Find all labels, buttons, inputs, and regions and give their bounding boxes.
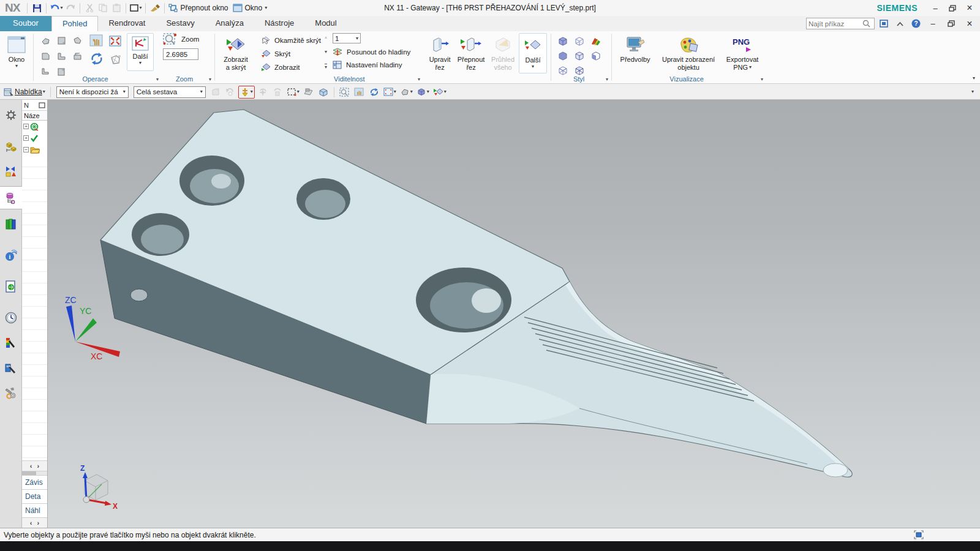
scroll-up-icon[interactable]: ▴ xyxy=(325,34,327,40)
layer-settings-button[interactable]: Nastavení hladiny xyxy=(333,59,405,70)
hide-button[interactable]: Skrýt xyxy=(258,48,324,59)
selection-filter-dropdown[interactable]: Není k dispozici žá ▾ xyxy=(56,86,129,98)
rotate-button[interactable] xyxy=(89,51,105,66)
graphics-viewport[interactable]: ZC YC XC Z X xyxy=(48,100,980,528)
expand-icon[interactable]: + xyxy=(23,124,29,129)
copy-button[interactable] xyxy=(96,2,110,15)
style-shaded-button[interactable] xyxy=(555,48,571,63)
work-layer-dropdown[interactable]: 1 ▾ xyxy=(333,33,361,43)
pan-toolbar-button[interactable] xyxy=(353,86,366,99)
export-png-button[interactable]: PNG Exportovat PNG▾ xyxy=(722,33,763,73)
redo-button[interactable] xyxy=(64,2,77,15)
bounded-plane-button[interactable] xyxy=(317,86,330,99)
scroll-left-icon[interactable]: ‹ xyxy=(30,462,32,470)
move-to-layer-button[interactable]: Posunout do hladiny xyxy=(333,46,413,58)
history-button[interactable] xyxy=(0,307,22,328)
fullscreen-button[interactable] xyxy=(877,17,891,30)
menu-button[interactable]: Nabídka ▾ xyxy=(2,86,47,99)
scroll-down-icon[interactable]: ▾ xyxy=(325,49,327,54)
fit-toolbar-button[interactable]: ▾ xyxy=(382,86,398,99)
paste-button[interactable] xyxy=(110,2,123,15)
minimize-button[interactable]: – xyxy=(927,2,943,14)
model-3d[interactable]: ZC YC XC Z X xyxy=(48,100,980,528)
selection-scope-dropdown[interactable]: Celá sestava ▾ xyxy=(134,86,206,98)
edit-section-button[interactable]: Upravit řez xyxy=(424,33,455,73)
snap-point-button[interactable]: ▾ xyxy=(238,86,255,99)
zoom-button[interactable]: Zoom xyxy=(163,33,202,45)
scroll-right-icon[interactable]: › xyxy=(37,462,40,470)
cut-button[interactable] xyxy=(83,2,96,15)
zoom-group-dialog[interactable]: ▾ xyxy=(209,77,211,82)
tree-row-sections[interactable]: + xyxy=(22,121,47,132)
tree-row-model-views[interactable]: + xyxy=(22,132,47,144)
system-scene-button[interactable] xyxy=(0,358,22,378)
minimize-ribbon-button[interactable] xyxy=(893,17,907,30)
tab-soubor[interactable]: Soubor xyxy=(0,16,51,31)
orient-wcs-button[interactable] xyxy=(256,86,270,99)
tab-nastroje[interactable]: Nástroje xyxy=(254,16,304,31)
show-button[interactable]: Zobrazit xyxy=(258,61,324,73)
rotate-toolbar-button[interactable] xyxy=(368,86,381,99)
view-left-button[interactable] xyxy=(53,48,69,64)
scroll-right-icon[interactable]: › xyxy=(37,519,40,527)
tab-pohled[interactable]: Pohled xyxy=(51,16,98,31)
constraint-navigator-button[interactable] xyxy=(0,161,22,182)
view-front-button[interactable] xyxy=(53,33,69,48)
doc-close-button[interactable]: × xyxy=(962,18,978,30)
render-style-toolbar-button[interactable]: ▾ xyxy=(415,86,431,99)
undo-button[interactable]: ▾ xyxy=(49,2,64,15)
expand-gallery-icon[interactable]: ▾ xyxy=(325,64,327,70)
clip-all-button[interactable]: Průhled všeho xyxy=(487,33,519,73)
view-triad[interactable]: Z X xyxy=(80,464,118,511)
view-orient-toolbar-button[interactable]: ▾ xyxy=(399,86,414,99)
vizualizace-group-dialog[interactable]: ▾ xyxy=(761,77,763,82)
view-top-button[interactable] xyxy=(37,48,53,64)
column-header-name[interactable]: Náze xyxy=(22,110,47,121)
doc-minimize-button[interactable]: – xyxy=(925,18,941,30)
section-details[interactable]: Deta xyxy=(22,489,47,503)
zoom-toolbar-button[interactable] xyxy=(338,86,352,99)
move-object-button[interactable] xyxy=(271,86,284,99)
highlight-related-button[interactable] xyxy=(209,86,222,99)
roles-button[interactable] xyxy=(0,105,22,126)
view-trimetric-button[interactable] xyxy=(37,33,53,48)
h-scrollbar[interactable] xyxy=(22,471,47,475)
wcs-triad[interactable]: ZC YC XC xyxy=(65,295,120,361)
window-menu-button[interactable]: Okno ▾ xyxy=(232,2,269,15)
dock-icon[interactable] xyxy=(39,102,45,108)
selection-mode-indicator[interactable] xyxy=(914,530,924,539)
okno-button[interactable]: Okno ▾ xyxy=(2,33,31,73)
zoom-value-input[interactable]: 2.6985 xyxy=(163,48,198,60)
tab-rendrovat[interactable]: Rendrovat xyxy=(98,16,156,31)
touch-mode-button[interactable] xyxy=(148,2,162,15)
command-search-input[interactable] xyxy=(809,20,862,28)
tab-sestavy[interactable]: Sestavy xyxy=(156,16,205,31)
close-button[interactable]: × xyxy=(962,2,978,14)
command-search[interactable] xyxy=(806,18,875,29)
style-face-analysis-button[interactable] xyxy=(588,33,604,48)
operace-dalsi-button[interactable]: Další ▾ xyxy=(127,33,154,71)
visualization-gallery-button[interactable] xyxy=(0,332,22,353)
show-hide-button[interactable]: Zobrazit a skrýt xyxy=(219,33,253,73)
ribbon-overflow-icon[interactable]: ▾ xyxy=(973,76,975,81)
view-right-button[interactable] xyxy=(69,48,85,64)
assembly-navigator-button[interactable] xyxy=(0,136,22,157)
toggle-section-button[interactable]: Přepnout řez xyxy=(455,33,487,73)
immediate-hide-button[interactable]: Okamžitě skrýt xyxy=(258,34,324,46)
edit-object-display-button[interactable]: Upravit zobrazení objektu xyxy=(655,33,722,73)
tab-analyza[interactable]: Analýza xyxy=(205,16,254,31)
rectangle-select-button[interactable]: ▾ xyxy=(285,86,301,99)
styl-group-dialog[interactable]: ▾ xyxy=(606,77,608,82)
perspective-button[interactable] xyxy=(107,52,123,67)
operace-group-dialog[interactable]: ▾ xyxy=(156,77,159,82)
viditelnost-group-dialog[interactable]: ▾ xyxy=(418,77,420,82)
restore-button[interactable] xyxy=(944,2,960,14)
scroll-left-icon[interactable]: ‹ xyxy=(30,519,32,527)
style-hidden-edges-button[interactable] xyxy=(571,48,587,63)
section-preview[interactable]: Náhl xyxy=(22,503,47,517)
collapse-icon[interactable]: − xyxy=(23,147,29,152)
selection-prev-button[interactable] xyxy=(224,86,237,99)
new-window-button[interactable]: ▾ xyxy=(129,2,143,15)
switch-window-button[interactable]: Přepnout okno xyxy=(167,2,231,15)
style-partially-shaded-button[interactable] xyxy=(588,48,604,63)
